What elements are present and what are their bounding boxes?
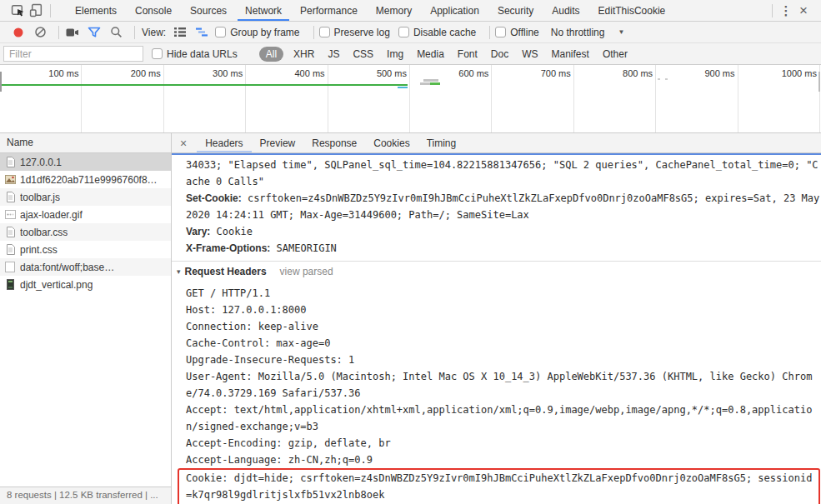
type-filter-ws[interactable]: WS xyxy=(520,47,539,62)
request-detail-pane: × HeadersPreviewResponseCookiesTiming 34… xyxy=(172,133,821,504)
main-tab-performance[interactable]: Performance xyxy=(293,0,365,21)
request-row[interactable]: ajax-loader.gif xyxy=(0,206,171,223)
request-row[interactable]: 1d1df6220ab711e9996760f8… xyxy=(0,171,171,188)
preserve-log-label[interactable]: Preserve log xyxy=(334,27,390,38)
throttling-dropdown[interactable]: No throttling ▼ xyxy=(551,27,625,38)
type-filter-font[interactable]: Font xyxy=(456,47,479,62)
request-header-line: User-Agent: Mozilla/5.0 (Macintosh; Inte… xyxy=(186,368,821,402)
response-header-line: X-Frame-Options: SAMEORIGIN xyxy=(186,240,821,257)
divider xyxy=(134,26,135,39)
screenshot-icon[interactable] xyxy=(64,25,81,40)
request-name: toolbar.js xyxy=(20,192,60,203)
request-row[interactable]: print.css xyxy=(0,241,171,258)
request-name: djdt_vertical.png xyxy=(20,279,93,291)
divider xyxy=(58,26,59,39)
timeline-request-dot xyxy=(658,78,660,80)
preserve-log-checkbox[interactable] xyxy=(319,27,330,37)
request-header-line: GET / HTTP/1.1 xyxy=(186,285,821,302)
request-row[interactable]: toolbar.css xyxy=(0,223,171,241)
timeline-right-handle[interactable] xyxy=(818,72,820,92)
clear-icon[interactable] xyxy=(32,25,48,40)
type-filter-css[interactable]: CSS xyxy=(351,47,375,62)
request-row[interactable]: 127.0.0.1 xyxy=(0,153,171,171)
hide-data-urls-label[interactable]: Hide data URLs xyxy=(167,48,238,60)
type-filter-other[interactable]: Other xyxy=(601,47,629,62)
detail-tab-bar: × HeadersPreviewResponseCookiesTiming xyxy=(172,133,821,153)
hide-data-urls-checkbox[interactable] xyxy=(152,48,163,59)
close-devtools-icon[interactable]: × xyxy=(794,2,813,19)
filter-bar: Hide data URLs AllXHRJSCSSImgMediaFontDo… xyxy=(0,43,821,65)
cookie-highlight-box: Cookie: djdt=hide; csrftoken=z4sDnWBZDz5… xyxy=(178,468,820,504)
timeline-tick-label: 900 ms xyxy=(704,65,737,78)
view-parsed-link[interactable]: view parsed xyxy=(280,263,333,280)
timeline-overview[interactable]: 100 ms200 ms300 ms400 ms500 ms600 ms700 … xyxy=(0,65,821,133)
main-tab-audits[interactable]: Audits xyxy=(544,0,587,21)
offline-checkbox[interactable] xyxy=(495,27,506,37)
headers-content: 34033; "Elapsed time", SQLPanel_sql_time… xyxy=(172,155,821,504)
main-tab-elements[interactable]: Elements xyxy=(68,0,124,21)
main-tab-editthiscookie[interactable]: EditThisCookie xyxy=(591,0,673,21)
close-detail-icon[interactable]: × xyxy=(172,133,197,152)
detail-tab-headers[interactable]: Headers xyxy=(197,133,251,152)
disable-cache-checkbox[interactable] xyxy=(398,27,409,37)
main-tab-sources[interactable]: Sources xyxy=(183,0,234,21)
request-row[interactable]: djdt_vertical.png xyxy=(0,276,171,293)
type-filter-doc[interactable]: Doc xyxy=(489,47,510,62)
offline-label[interactable]: Offline xyxy=(510,27,538,38)
type-filter-strip: AllXHRJSCSSImgMediaFontDocWSManifestOthe… xyxy=(256,47,634,62)
request-list-panel: Name 127.0.0.11d1df6220ab711e9996760f8…t… xyxy=(0,133,172,504)
detail-tab-response[interactable]: Response xyxy=(303,133,365,152)
group-by-frame-label[interactable]: Group by frame xyxy=(230,27,299,38)
timeline-column: 100 ms xyxy=(0,65,82,132)
response-header-line: 34033; "Elapsed time", SQLPanel_sql_time… xyxy=(186,157,821,190)
request-header-line: Accept-Encoding: gzip, deflate, br xyxy=(186,435,821,452)
network-main-area: Name 127.0.0.11d1df6220ab711e9996760f8…t… xyxy=(0,133,821,504)
waterfall-view-icon[interactable] xyxy=(193,25,210,40)
type-filter-xhr[interactable]: XHR xyxy=(292,47,316,62)
request-header-line: Cookie: djdt=hide; csrftoken=z4sDnWBZDz5… xyxy=(186,470,817,503)
divider xyxy=(50,4,51,17)
type-filter-manifest[interactable]: Manifest xyxy=(550,47,591,62)
main-tab-console[interactable]: Console xyxy=(128,0,179,21)
type-filter-js[interactable]: JS xyxy=(326,47,341,62)
main-tab-security[interactable]: Security xyxy=(490,0,541,21)
timeline-tick-label: 500 ms xyxy=(377,65,409,78)
document-icon xyxy=(4,244,16,256)
timeline-green-bar xyxy=(0,84,408,86)
group-by-frame-checkbox[interactable] xyxy=(215,27,226,37)
type-filter-img[interactable]: Img xyxy=(385,47,405,62)
detail-tab-cookies[interactable]: Cookies xyxy=(365,133,418,152)
document-icon xyxy=(4,157,16,168)
request-headers-title[interactable]: Request Headers xyxy=(185,263,267,280)
request-row[interactable]: data:font/woff;base… xyxy=(0,258,171,276)
type-filter-all[interactable]: All xyxy=(259,47,283,62)
filter-input[interactable] xyxy=(3,46,143,62)
record-icon[interactable] xyxy=(10,25,27,40)
type-filter-media[interactable]: Media xyxy=(415,47,446,62)
request-header-line: Host: 127.0.0.1:8000 xyxy=(186,302,821,318)
kebab-menu-icon[interactable]: ⋮ xyxy=(778,3,794,18)
disable-cache-label[interactable]: Disable cache xyxy=(413,27,476,38)
timeline-left-handle[interactable] xyxy=(0,72,2,92)
request-header-line: Connection: keep-alive xyxy=(186,318,821,335)
header-name: Set-Cookie: xyxy=(186,192,242,204)
timeline-tick-label: 700 ms xyxy=(541,65,573,78)
devtools-window: ElementsConsoleSourcesNetworkPerformance… xyxy=(0,0,821,504)
collapse-triangle-icon[interactable]: ▾ xyxy=(177,263,181,280)
timeline-blue-tick xyxy=(398,87,408,88)
filter-funnel-icon[interactable] xyxy=(86,25,103,40)
dark-image-icon xyxy=(4,279,16,291)
detail-tab-timing[interactable]: Timing xyxy=(418,133,465,152)
status-bar: 8 requests | 12.5 KB transferred | ... xyxy=(0,487,171,504)
main-tab-memory[interactable]: Memory xyxy=(368,0,419,21)
list-view-icon[interactable] xyxy=(172,25,188,40)
search-icon[interactable] xyxy=(108,25,124,40)
inspect-icon[interactable] xyxy=(8,2,27,20)
main-tab-application[interactable]: Application xyxy=(423,0,487,21)
device-toolbar-icon[interactable] xyxy=(27,2,45,20)
name-column-header[interactable]: Name xyxy=(0,133,171,153)
main-tab-network[interactable]: Network xyxy=(238,0,289,21)
timeline-column: 800 ms xyxy=(574,65,656,132)
detail-tab-preview[interactable]: Preview xyxy=(252,133,304,152)
request-row[interactable]: toolbar.js xyxy=(0,188,171,206)
